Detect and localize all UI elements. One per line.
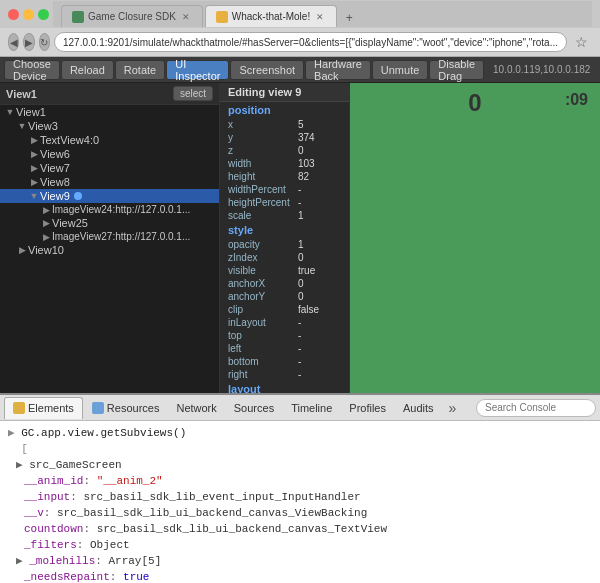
score-display: 0 xyxy=(468,89,481,117)
prop-height: height82 xyxy=(220,170,349,183)
tab-game-closure-sdk[interactable]: Game Closure SDK ✕ xyxy=(61,5,203,27)
tab-close-2[interactable]: ✕ xyxy=(314,11,326,23)
prop-x: x5 xyxy=(220,118,349,131)
tree-arrow-view3: ▼ xyxy=(16,121,28,131)
tree-arrow-view8: ▶ xyxy=(28,177,40,187)
tab-label-1: Game Closure SDK xyxy=(88,11,176,22)
profiles-label: Profiles xyxy=(349,402,386,414)
resources-icon xyxy=(92,402,104,414)
timeline-label: Timeline xyxy=(291,402,332,414)
tree-label-textview40: TextView4:0 xyxy=(40,134,99,146)
ui-inspector-button[interactable]: UI Inspector xyxy=(166,60,229,80)
disable-drag-button[interactable]: Disable Drag xyxy=(429,60,484,80)
window-close[interactable] xyxy=(8,9,19,20)
tab-audits[interactable]: Audits xyxy=(395,397,442,419)
game-canvas[interactable]: 0 :09 anc xyxy=(350,83,600,393)
prop-zindex: zIndex0 xyxy=(220,251,349,264)
new-tab-button[interactable]: + xyxy=(339,9,359,27)
props-title: Editing view 9 xyxy=(220,83,349,102)
prop-inlayout: inLayout- xyxy=(220,316,349,329)
more-tabs-button[interactable]: » xyxy=(443,400,463,416)
select-button[interactable]: select xyxy=(173,86,213,101)
console-line-6: countdown: src_basil_sdk_lib_ui_backend_… xyxy=(24,521,592,537)
forward-button[interactable]: ▶ xyxy=(23,33,34,51)
network-label: Network xyxy=(176,402,216,414)
browser-chrome: Game Closure SDK ✕ Whack-that-Mole! ✕ + … xyxy=(0,0,600,57)
prop-opacity: opacity1 xyxy=(220,238,349,251)
address-bar[interactable]: 127.0.0.1:9201/simulate/whackthatmole/#h… xyxy=(54,32,567,52)
tree-item-view7[interactable]: ▶ View7 xyxy=(0,161,219,175)
console-line-0: ▶ GC.app.view.getSubviews() xyxy=(8,425,592,441)
tree-arrow-view7: ▶ xyxy=(28,163,40,173)
hardware-back-button[interactable]: Hardware Back xyxy=(305,60,371,80)
console-line-1: [ xyxy=(8,441,592,457)
prop-bottom: bottom- xyxy=(220,355,349,368)
window-min[interactable] xyxy=(23,9,34,20)
console-line-4: __input: src_basil_sdk_lib_event_input_I… xyxy=(24,489,592,505)
bookmark-star[interactable]: ☆ xyxy=(571,34,592,50)
tree-label-view9: View9 xyxy=(40,190,70,202)
reload-button[interactable]: Reload xyxy=(61,60,114,80)
tree-label-imageview24: ImageView24:http://127.0.0.1... xyxy=(52,204,190,215)
tree-item-view9[interactable]: ▼ View9 xyxy=(0,189,219,203)
tree-item-view1[interactable]: ▼ View1 xyxy=(0,105,219,119)
tree-header: View1 select xyxy=(0,83,219,105)
tab-elements[interactable]: Elements xyxy=(4,397,83,419)
sources-label: Sources xyxy=(234,402,274,414)
console-line-9: _needsRepaint: true xyxy=(24,569,592,583)
screenshot-button[interactable]: Screenshot xyxy=(230,60,304,80)
prop-y: y374 xyxy=(220,131,349,144)
tree-item-imageview27[interactable]: ▶ ImageView27:http://127.0.0.1... xyxy=(0,230,219,243)
tab-close-1[interactable]: ✕ xyxy=(180,11,192,23)
tab-favicon-1 xyxy=(72,11,84,23)
props-panel: Editing view 9 position x5 y374 z0 width… xyxy=(220,83,350,393)
tab-timeline[interactable]: Timeline xyxy=(283,397,340,419)
reload-button[interactable]: ↻ xyxy=(39,33,50,51)
tree-item-view10[interactable]: ▶ View10 xyxy=(0,243,219,257)
tree-arrow-imageview27: ▶ xyxy=(40,232,52,242)
prop-widthpercent: widthPercent- xyxy=(220,183,349,196)
window-max[interactable] xyxy=(38,9,49,20)
prop-left: left- xyxy=(220,342,349,355)
address-bar-row: ◀ ▶ ↻ 127.0.0.1:9201/simulate/whackthatm… xyxy=(0,28,600,56)
tab-label-2: Whack-that-Mole! xyxy=(232,11,310,22)
view9-indicator xyxy=(74,192,82,200)
console-line-5: __v: src_basil_sdk_lib_ui_backend_canvas… xyxy=(24,505,592,521)
tree-label-view8: View8 xyxy=(40,176,70,188)
tree-item-view6[interactable]: ▶ View6 xyxy=(0,147,219,161)
tab-profiles[interactable]: Profiles xyxy=(341,397,394,419)
prop-anchorx: anchorX0 xyxy=(220,277,349,290)
timer-display: :09 xyxy=(565,91,588,109)
console-line-8: ▶ _molehills: Array[5] xyxy=(16,553,592,569)
tab-resources[interactable]: Resources xyxy=(84,397,168,419)
tree-label-view25: View25 xyxy=(52,217,88,229)
devtools-tab-bar: Elements Resources Network Sources Timel… xyxy=(0,395,600,421)
console-search-input[interactable] xyxy=(476,399,596,417)
prop-visible: visibletrue xyxy=(220,264,349,277)
tree-item-view8[interactable]: ▶ View8 xyxy=(0,175,219,189)
tree-label-view1: View1 xyxy=(16,106,46,118)
tree-item-textview40[interactable]: ▶ TextView4:0 xyxy=(0,133,219,147)
choose-device-button[interactable]: Choose Device xyxy=(4,60,60,80)
tree-item-view3[interactable]: ▼ View3 xyxy=(0,119,219,133)
tab-whack-mole[interactable]: Whack-that-Mole! ✕ xyxy=(205,5,337,27)
tree-arrow-view9: ▼ xyxy=(28,191,40,201)
tree-item-imageview24[interactable]: ▶ ImageView24:http://127.0.0.1... xyxy=(0,203,219,216)
tab-network[interactable]: Network xyxy=(168,397,224,419)
prop-anchory: anchorY0 xyxy=(220,290,349,303)
resources-label: Resources xyxy=(107,402,160,414)
elements-icon xyxy=(13,402,25,414)
tree-header-label: View1 xyxy=(6,88,37,100)
tree-panel: View1 select ▼ View1 ▼ View3 ▶ TextView4… xyxy=(0,83,220,393)
prop-heightpercent: heightPercent- xyxy=(220,196,349,209)
tree-arrow-view1: ▼ xyxy=(4,107,16,117)
unmute-button[interactable]: Unmute xyxy=(372,60,429,80)
tab-sources[interactable]: Sources xyxy=(226,397,282,419)
devtools-console[interactable]: ▶ GC.app.view.getSubviews() [ ▶ src_Game… xyxy=(0,421,600,583)
back-button[interactable]: ◀ xyxy=(8,33,19,51)
rotate-button[interactable]: Rotate xyxy=(115,60,165,80)
console-line-3: __anim_id: "__anim_2" xyxy=(24,473,592,489)
address-text: 127.0.0.1:9201/simulate/whackthatmole/#h… xyxy=(63,37,558,48)
tree-label-view7: View7 xyxy=(40,162,70,174)
tree-item-view25[interactable]: ▶ View25 xyxy=(0,216,219,230)
